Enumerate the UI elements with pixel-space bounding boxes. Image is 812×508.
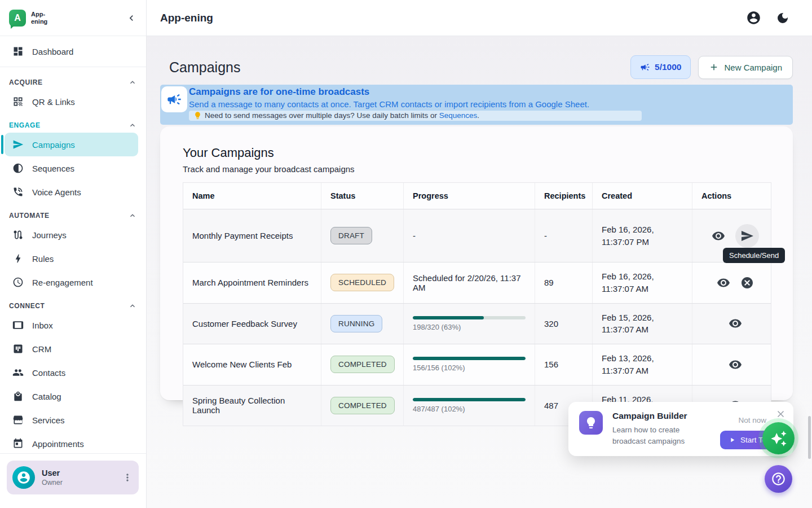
sidebar-item-contacts[interactable]: Contacts — [0, 361, 146, 384]
status-cell: SCHEDULED — [321, 262, 403, 303]
sidebar-item-appointments[interactable]: Appointments — [0, 432, 146, 453]
table-row: March Appointment RemindersSCHEDULEDSche… — [183, 262, 771, 303]
column-header: Progress — [403, 183, 535, 209]
progress-bar — [413, 316, 526, 319]
view-button[interactable] — [729, 358, 742, 371]
created-cell: Feb 16, 2026,11:37:07 AM — [592, 262, 692, 303]
status-cell: DRAFT — [321, 209, 403, 262]
send-button[interactable] — [735, 224, 759, 248]
section-label-connect[interactable]: CONNECT — [0, 294, 146, 313]
recipients-cell: - — [535, 209, 592, 262]
sidebar-item-catalog[interactable]: Catalog — [0, 384, 146, 408]
lightbulb-icon — [584, 416, 598, 430]
actions-cell: Schedule/Send — [692, 209, 772, 262]
sidebar-item-label: Appointments — [32, 439, 84, 449]
sidebar-item-label: Voice Agents — [32, 187, 81, 197]
campaign-quota-badge[interactable]: 5/1000 — [630, 55, 691, 79]
table-row: Customer Feedback SurveyRUNNING198/320 (… — [183, 303, 771, 344]
chevron-up-icon — [128, 121, 137, 130]
tooltip: Schedule/Send — [723, 248, 785, 263]
sidebar-item-journeys[interactable]: Journeys — [0, 223, 146, 247]
user-menu-dots-icon[interactable] — [122, 472, 133, 483]
route-icon — [12, 229, 24, 240]
sidebar-item-sequences[interactable]: Sequences — [0, 156, 146, 180]
help-icon — [771, 471, 786, 487]
megaphone-icon — [640, 62, 650, 72]
kanban-icon — [12, 343, 24, 354]
banner-tip: Need to send messages over multiple days… — [189, 111, 642, 121]
sidebar-item-dashboard[interactable]: Dashboard — [0, 40, 146, 63]
sidebar-item-rules[interactable]: Rules — [0, 247, 146, 270]
chevron-up-icon — [128, 301, 137, 310]
sidebar-item-label: CRM — [32, 344, 51, 354]
sidebar-item-label: QR & Links — [32, 97, 75, 107]
help-fab[interactable] — [765, 465, 792, 493]
status-badge: RUNNING — [330, 315, 382, 332]
status-cell: COMPLETED — [321, 344, 403, 385]
dark-mode-moon-icon[interactable] — [776, 11, 789, 25]
progress-cell: 198/320 (63%) — [403, 304, 535, 344]
scrollbar-thumb[interactable] — [808, 416, 811, 459]
sidebar-item-qr-links[interactable]: QR & Links — [0, 90, 146, 113]
view-button[interactable] — [717, 276, 730, 290]
column-header: Recipients — [535, 183, 592, 209]
campaign-name-cell: Customer Feedback Survey — [183, 304, 321, 344]
contrast-icon — [12, 163, 24, 174]
progress-text: - — [413, 231, 416, 240]
view-button[interactable] — [712, 229, 725, 243]
tablet-icon — [12, 319, 24, 331]
actions-cell — [692, 262, 772, 303]
campaign-name-cell: Monthly Payment Receipts — [183, 209, 321, 262]
cancel-icon — [740, 276, 754, 290]
progress-bar — [413, 357, 526, 360]
app-logo: A — [9, 10, 26, 27]
new-campaign-label: New Campaign — [724, 63, 782, 72]
column-header: Actions — [692, 183, 772, 209]
popup-body: Learn how to create broadcast campaigns — [612, 424, 708, 446]
cancel-button[interactable] — [740, 276, 754, 290]
status-badge: SCHEDULED — [330, 274, 394, 291]
sequences-link[interactable]: Sequences — [439, 111, 478, 120]
campaigns-card: Your Campaigns Track and manage your bro… — [160, 126, 793, 400]
banner-tip-text: Need to send messages over multiple days… — [205, 111, 479, 120]
sidebar-item-re-engagement[interactable]: Re-engagement — [0, 270, 146, 294]
sidebar-item-services[interactable]: Services — [0, 408, 146, 432]
account-icon[interactable] — [746, 10, 761, 25]
section-label-automate[interactable]: AUTOMATE — [0, 204, 146, 223]
sidebar-item-inbox[interactable]: Inbox — [0, 313, 146, 337]
campaign-name-cell: March Appointment Reminders — [183, 262, 321, 303]
sidebar-item-label: Campaigns — [32, 140, 75, 150]
progress-label: 487/487 (102%) — [413, 405, 465, 413]
dashboard-icon — [12, 46, 24, 57]
user-role: Owner — [42, 479, 63, 487]
ai-assistant-fab[interactable] — [762, 422, 795, 454]
view-button[interactable] — [729, 317, 742, 330]
sidebar-item-voice-agents[interactable]: Voice Agents — [0, 180, 146, 204]
calendar-icon — [12, 438, 24, 449]
topbar-icons — [746, 10, 789, 25]
status-badge: DRAFT — [330, 227, 372, 244]
section-label-acquire[interactable]: ACQUIRE — [0, 71, 146, 90]
new-campaign-button[interactable]: New Campaign — [698, 56, 793, 79]
section-label-text: ACQUIRE — [9, 78, 43, 86]
campaign-name-cell: Spring Beauty Collection Launch — [183, 386, 321, 426]
sidebar-item-campaigns[interactable]: Campaigns — [5, 133, 138, 156]
actions-cell — [692, 304, 772, 344]
page-header-actions: 5/1000 New Campaign — [630, 55, 793, 79]
close-icon[interactable] — [775, 409, 786, 421]
user-card[interactable]: User Owner — [7, 461, 139, 494]
sidebar-item-crm[interactable]: CRM — [0, 337, 146, 361]
sidebar-collapse-chevron-icon[interactable] — [126, 12, 137, 24]
store-icon — [12, 414, 24, 426]
megaphone-icon — [166, 91, 182, 107]
eye-icon — [712, 229, 725, 243]
progress-text: Scheduled for 2/20/26, 11:37 AM — [413, 273, 526, 292]
sidebar-item-label: Journeys — [32, 230, 67, 240]
not-now-button[interactable]: Not now — [738, 416, 766, 424]
status-cell: RUNNING — [321, 304, 403, 344]
recipients-cell: 320 — [535, 304, 592, 344]
divider — [0, 67, 146, 67]
created-cell: Feb 16, 2026,11:37:07 PM — [592, 209, 692, 262]
banner-megaphone-badge — [161, 86, 187, 112]
section-label-engage[interactable]: ENGAGE — [0, 113, 146, 133]
